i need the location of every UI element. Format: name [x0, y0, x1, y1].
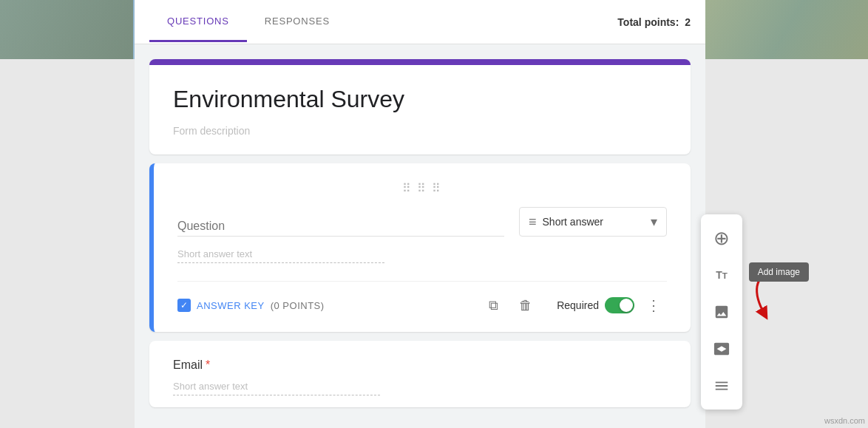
tabs-header: QUESTIONS RESPONSES Total points: 2 — [135, 0, 705, 44]
required-toggle: Required — [557, 297, 634, 313]
add-image-tooltip: Add image — [749, 262, 809, 282]
add-section-button[interactable] — [704, 368, 739, 404]
form-title[interactable]: Environmental Survey — [173, 86, 667, 113]
title-card: Environmental Survey Form description — [149, 59, 691, 154]
required-star: * — [206, 359, 210, 371]
answer-key-bar: ✓ ANSWER KEY (0 points) ⧉ 🗑 Required ⋮ — [177, 281, 667, 320]
add-video-button[interactable] — [704, 331, 739, 367]
answer-key-button[interactable]: ✓ ANSWER KEY (0 points) — [177, 299, 325, 312]
delete-button[interactable]: 🗑 — [512, 292, 539, 319]
card-actions: ⧉ 🗑 Required ⋮ — [480, 291, 667, 320]
duplicate-button[interactable]: ⧉ — [480, 292, 506, 319]
form-container: QUESTIONS RESPONSES Total points: 2 Envi… — [135, 0, 705, 428]
short-answer-icon: ≡ — [529, 214, 537, 230]
question-type-label: Short answer — [543, 216, 645, 228]
form-description-placeholder[interactable]: Form description — [173, 125, 667, 137]
required-switch[interactable] — [605, 297, 634, 313]
tab-responses[interactable]: RESPONSES — [247, 2, 347, 42]
add-question-button[interactable]: ⊕ — [704, 220, 739, 256]
email-card: Email* Short answer text — [149, 341, 691, 407]
chevron-down-icon: ▾ — [651, 214, 657, 230]
question-input[interactable] — [177, 217, 504, 237]
question-row: ≡ Short answer ▾ — [177, 207, 667, 237]
email-short-answer-placeholder: Short answer text — [173, 381, 380, 395]
required-label: Required — [557, 299, 599, 311]
drag-handle: ⠿ ⠿ ⠿ — [177, 181, 667, 195]
more-options-button[interactable]: ⋮ — [640, 291, 667, 320]
question-card: ⠿ ⠿ ⠿ ≡ Short answer ▾ Short answer text… — [149, 163, 691, 332]
points-text: (0 points) — [271, 300, 325, 311]
form-body: Environmental Survey Form description ⠿ … — [135, 44, 705, 428]
total-points: Total points: 2 — [614, 16, 691, 28]
email-title: Email* — [173, 359, 667, 372]
answer-key-checkbox: ✓ — [177, 299, 191, 312]
watermark: wsxdn.com — [824, 416, 865, 425]
short-answer-placeholder: Short answer text — [177, 248, 384, 263]
tab-questions[interactable]: QUESTIONS — [149, 2, 247, 42]
question-type-dropdown[interactable]: ≡ Short answer ▾ — [519, 207, 667, 237]
toggle-knob — [620, 299, 633, 312]
